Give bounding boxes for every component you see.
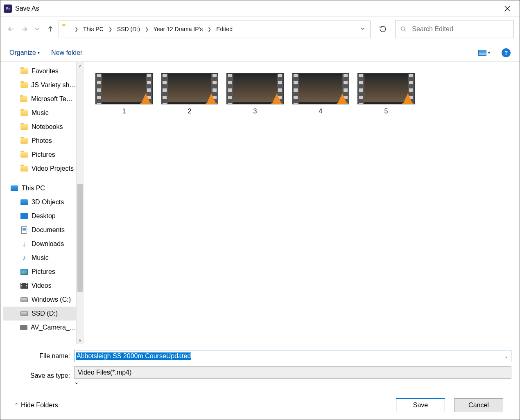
save-type-label: Save as type: [9, 372, 74, 379]
file-item[interactable]: 3 [226, 73, 284, 115]
sidebar-item[interactable]: Documents [3, 223, 76, 237]
folder-icon [20, 95, 28, 103]
vlc-cone-icon [403, 93, 413, 104]
recent-locations-button[interactable] [32, 24, 42, 34]
help-button[interactable]: ? [502, 48, 511, 57]
sidebar-this-pc[interactable]: This PC [3, 181, 76, 195]
sidebar-item[interactable]: SSD (D:) [3, 307, 76, 321]
scroll-up-button[interactable]: ʌ [77, 62, 84, 69]
arrow-right-icon [20, 25, 28, 33]
thumbnails-icon [478, 50, 486, 56]
sidebar-item[interactable]: Favorites [3, 64, 76, 78]
sidebar-item-label: Video Projects [32, 165, 74, 172]
organize-button[interactable]: Organize ▾ [9, 49, 40, 56]
vlc-cone-icon [141, 93, 151, 104]
sidebar-item-label: Videos [32, 282, 52, 289]
view-mode-button[interactable]: ▾ [478, 50, 490, 56]
sidebar-item[interactable]: AV_Camera_B (F: [3, 321, 76, 334]
sidebar-item-label: Music [32, 254, 49, 262]
new-folder-button[interactable]: New folder [51, 49, 82, 56]
back-button[interactable] [6, 24, 16, 34]
save-button[interactable]: Save [396, 398, 445, 412]
vlc-cone-icon [206, 93, 216, 104]
svg-line-6 [404, 30, 406, 32]
sidebar-item[interactable]: Microsoft Teams [3, 92, 76, 106]
sidebar-item-label: Microsoft Teams [31, 95, 76, 103]
folder-icon [20, 123, 28, 131]
address-bar[interactable]: ❯ This PC ❯ SSD (D:) ❯ Year 12 Drama IP'… [59, 20, 371, 38]
chevron-right-icon: ❯ [73, 27, 80, 32]
sidebar-item[interactable]: ♪Music [3, 251, 76, 265]
footer: ⌃ Hide Folders Save Cancel [9, 389, 511, 419]
file-item[interactable]: 2 [161, 73, 218, 115]
sidebar-item[interactable]: Notebooks [3, 120, 76, 134]
sidebar-scrollbar[interactable]: ʌ v [76, 62, 84, 344]
scroll-down-button[interactable]: v [77, 336, 84, 344]
sidebar-item[interactable]: Windows (C:) [3, 293, 76, 307]
file-list[interactable]: 12345 [84, 62, 520, 344]
close-button[interactable] [498, 2, 516, 15]
video-thumbnail [226, 73, 284, 104]
breadcrumb-segment[interactable]: Year 12 Drama IP's [152, 25, 204, 33]
sidebar-item[interactable]: Videos [3, 279, 76, 293]
app-icon: Pr [4, 5, 12, 13]
caret-down-icon: ▾ [38, 50, 40, 55]
save-as-dialog: Pr Save As ❯ This PC ❯ SSD (D:) ❯ Year 1… [0, 0, 520, 420]
sidebar-item-label: Pictures [32, 151, 55, 158]
caret-down-icon: ▾ [488, 50, 490, 55]
breadcrumb-segment[interactable]: Edited [215, 25, 234, 33]
file-item[interactable]: 1 [95, 73, 153, 115]
refresh-button[interactable] [374, 20, 392, 38]
sidebar-item[interactable]: 3D Objects [3, 195, 76, 209]
toolbar: Organize ▾ New folder ▾ ? [0, 44, 520, 62]
folder-icon [20, 109, 28, 117]
scrollbar-thumb[interactable] [77, 184, 83, 292]
file-name: 1 [122, 108, 126, 115]
sidebar-item[interactable]: ↓Downloads [3, 237, 76, 251]
vlc-cone-icon [337, 93, 347, 104]
vid-icon [20, 282, 28, 289]
sidebar-item-label: Notebooks [32, 123, 63, 131]
folder-icon [20, 81, 28, 89]
filename-input[interactable]: Abbotsleigh SS 2000m CourseUpdated [74, 350, 511, 362]
breadcrumb-segment[interactable]: This PC [81, 25, 105, 33]
drive-icon [20, 310, 28, 317]
filename-selected-text: Abbotsleigh SS 2000m CourseUpdated [76, 352, 191, 360]
title-bar: Pr Save As [0, 0, 520, 17]
sidebar-item[interactable]: Music [3, 106, 76, 120]
sidebar-item-label: Favorites [32, 68, 59, 75]
file-item[interactable]: 5 [357, 73, 415, 115]
sidebar-item[interactable]: Pictures [3, 265, 76, 279]
save-type-combo[interactable]: Video Files(*.mp4) [74, 366, 511, 379]
chevron-right-icon: ❯ [143, 27, 150, 32]
breadcrumb-segment[interactable]: SSD (D:) [115, 25, 142, 33]
file-name: 2 [188, 108, 192, 115]
drive-icon [20, 296, 28, 303]
video-thumbnail [161, 73, 218, 104]
video-thumbnail [95, 73, 153, 104]
up-button[interactable] [45, 24, 55, 34]
sidebar-item-label: Documents [32, 226, 65, 234]
search-box[interactable] [395, 20, 514, 38]
file-name: 4 [319, 108, 323, 115]
sidebar-item[interactable]: Photos [3, 134, 76, 148]
chevron-down-icon: ⌄ [74, 379, 79, 385]
arrow-left-icon [7, 25, 15, 33]
sidebar-item[interactable]: JS Variety show [3, 78, 76, 92]
address-history-button[interactable] [359, 26, 367, 32]
folder-icon [20, 137, 28, 145]
close-icon [504, 6, 510, 11]
chevron-down-icon [34, 25, 41, 33]
new-folder-label: New folder [51, 49, 82, 56]
organize-label: Organize [9, 49, 36, 56]
sidebar-item[interactable]: Pictures [3, 148, 76, 162]
search-input[interactable] [412, 25, 509, 33]
cancel-button[interactable]: Cancel [454, 398, 503, 412]
sidebar-item[interactable]: Desktop [3, 209, 76, 223]
hide-folders-button[interactable]: ⌃ Hide Folders [14, 402, 58, 409]
sidebar-item[interactable]: Video Projects [3, 162, 76, 176]
sidebar-item-label: AV_Camera_B (F: [31, 324, 76, 331]
file-item[interactable]: 4 [292, 73, 349, 115]
chevron-right-icon: ❯ [107, 27, 114, 32]
forward-button[interactable] [19, 24, 29, 34]
